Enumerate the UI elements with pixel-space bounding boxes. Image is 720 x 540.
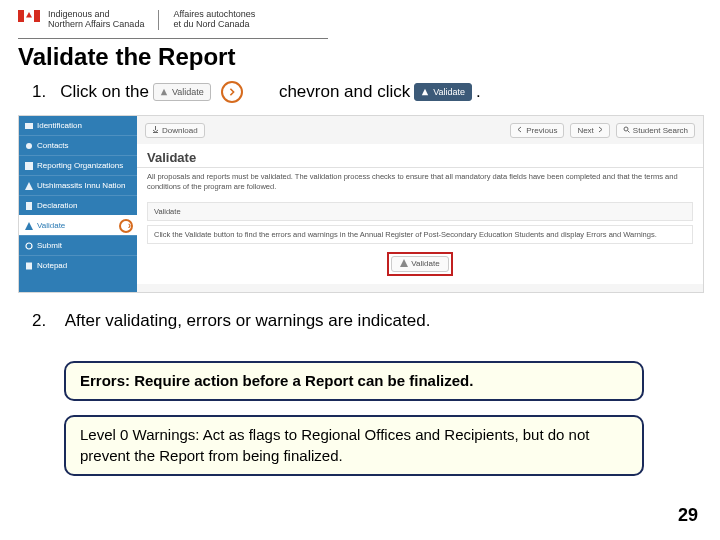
main-panel: Download Previous Next Student Search Va…: [137, 116, 703, 292]
panel-body: All proposals and reports must be valida…: [137, 167, 703, 284]
dept-name-fr: Affaires autochtones et du Nord Canada: [173, 10, 255, 30]
sidebar-item-validate[interactable]: Validate ›: [19, 215, 137, 235]
svg-rect-4: [25, 162, 33, 170]
panel-instruction: Click the Validate button to find the er…: [147, 225, 693, 244]
validate-chip-inline: Validate: [153, 83, 211, 101]
download-button[interactable]: Download: [145, 123, 205, 138]
sidebar-item-label: Contacts: [37, 141, 69, 150]
previous-button[interactable]: Previous: [510, 123, 564, 138]
app-screenshot: Identification Contacts Reporting Organi…: [18, 115, 704, 293]
header-separator: [158, 10, 159, 30]
page-title: Validate the Report: [18, 43, 702, 71]
sidebar-item-label: Reporting Organizations: [37, 161, 123, 170]
svg-marker-12: [400, 259, 408, 267]
sidebar-item-reporting-organizations[interactable]: Reporting Organizations: [19, 155, 137, 175]
search-icon: [623, 126, 630, 135]
next-label: Next: [577, 126, 593, 135]
validate-button-inline-label: Validate: [433, 87, 465, 97]
step-1-text-b: chevron and click: [279, 82, 410, 102]
contacts-icon: [25, 142, 33, 150]
svg-point-8: [26, 243, 32, 249]
chevron-right-icon: [221, 81, 243, 103]
step-1-text-c: .: [476, 82, 481, 102]
warnings-callout: Level 0 Warnings: Act as flags to Region…: [64, 415, 644, 476]
sidebar-item-declaration[interactable]: Declaration: [19, 195, 137, 215]
download-label: Download: [162, 126, 198, 135]
canada-flag-icon: [18, 10, 40, 22]
svg-rect-2: [25, 123, 33, 129]
sidebar-item-label: Submit: [37, 241, 62, 250]
step-1-text-a: Click on the: [60, 82, 149, 102]
chevron-left-icon: [517, 126, 523, 135]
validate-button-label: Validate: [411, 259, 439, 268]
validate-button-inline: Validate: [414, 83, 472, 101]
page-number: 29: [678, 505, 698, 526]
svg-line-11: [627, 130, 629, 132]
sidebar: Identification Contacts Reporting Organi…: [19, 116, 137, 292]
student-search-label: Student Search: [633, 126, 688, 135]
step-1: 1. Click on the Validate chevron and cli…: [32, 81, 702, 103]
dept-name-en: Indigenous and Northern Affairs Canada: [48, 10, 144, 30]
org-icon: [25, 162, 33, 170]
svg-marker-0: [161, 89, 167, 95]
chevron-right-icon: ›: [128, 220, 131, 231]
warning-icon: [400, 259, 408, 269]
panel-subheading: Validate: [147, 202, 693, 221]
id-icon: [25, 122, 33, 130]
sidebar-item-label: Declaration: [37, 201, 77, 210]
step-2-number: 2.: [32, 311, 46, 330]
sidebar-item-notepad[interactable]: Notepad: [19, 255, 137, 275]
note-icon: [25, 262, 33, 270]
svg-rect-9: [26, 262, 32, 269]
sidebar-item-label: Validate: [37, 221, 65, 230]
svg-marker-1: [422, 89, 428, 95]
sidebar-item-nation[interactable]: Utshimassits Innu Nation: [19, 175, 137, 195]
step-1-number: 1.: [32, 82, 46, 102]
chevron-right-icon: [597, 126, 603, 135]
panel-description: All proposals and reports must be valida…: [147, 172, 693, 196]
gov-header: Indigenous and Northern Affairs Canada A…: [18, 10, 702, 34]
nation-icon: [25, 182, 33, 190]
sidebar-item-label: Identification: [37, 121, 82, 130]
panel-title: Validate: [137, 144, 703, 167]
dept-fr-line2: et du Nord Canada: [173, 20, 255, 30]
sidebar-item-identification[interactable]: Identification: [19, 116, 137, 135]
validate-button-row: Validate: [147, 248, 693, 282]
callouts: Errors: Require action before a Report c…: [64, 361, 644, 476]
sidebar-item-label: Notepad: [37, 261, 67, 270]
step-2: 2. After validating, errors or warnings …: [32, 311, 702, 331]
errors-callout: Errors: Require action before a Report c…: [64, 361, 644, 401]
svg-marker-5: [25, 182, 33, 190]
dept-en-line2: Northern Affairs Canada: [48, 20, 144, 30]
svg-point-10: [624, 127, 628, 131]
svg-point-3: [26, 143, 32, 149]
panel-toolbar: Download Previous Next Student Search: [137, 116, 703, 144]
step-2-text: After validating, errors or warnings are…: [65, 311, 431, 330]
sidebar-item-label: Utshimassits Innu Nation: [37, 181, 125, 190]
submit-icon: [25, 242, 33, 250]
svg-marker-7: [25, 222, 33, 230]
student-search-button[interactable]: Student Search: [616, 123, 695, 138]
next-button[interactable]: Next: [570, 123, 609, 138]
decl-icon: [25, 202, 33, 210]
header-rule: [18, 38, 328, 39]
validate-button[interactable]: Validate: [391, 256, 448, 272]
sidebar-item-contacts[interactable]: Contacts: [19, 135, 137, 155]
download-icon: [152, 126, 159, 135]
validate-chip-label: Validate: [172, 87, 204, 97]
svg-rect-6: [26, 202, 32, 210]
previous-label: Previous: [526, 126, 557, 135]
warning-icon: [160, 88, 168, 96]
warning-icon: [421, 88, 429, 96]
sidebar-item-submit[interactable]: Submit: [19, 235, 137, 255]
warn-icon: [25, 222, 33, 230]
validate-button-highlight: Validate: [387, 252, 452, 276]
